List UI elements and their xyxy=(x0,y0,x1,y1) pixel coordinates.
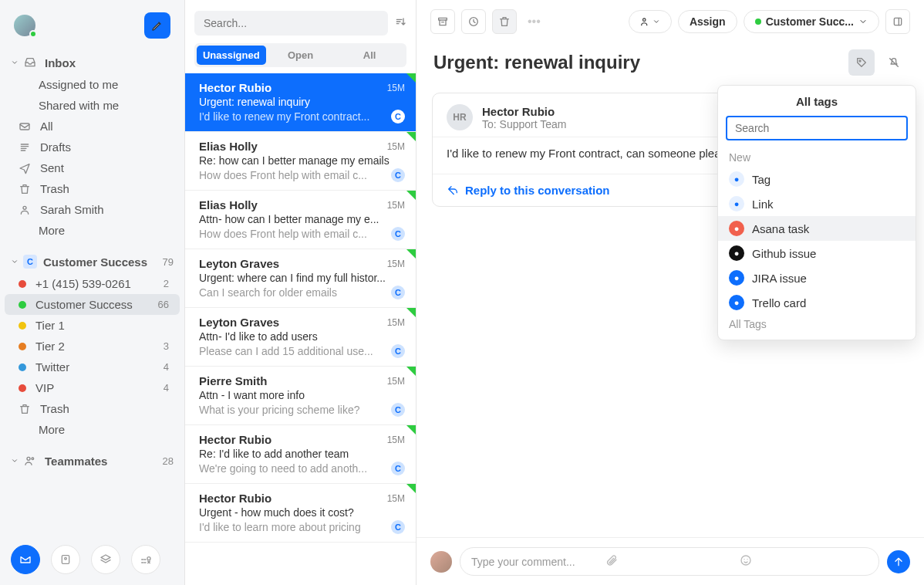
sidebar-item-vip[interactable]: VIP4 xyxy=(5,377,180,398)
svg-marker-6 xyxy=(101,555,110,560)
attachment-icon[interactable] xyxy=(605,554,733,569)
compose-button[interactable] xyxy=(144,12,170,39)
channel-badge: C xyxy=(391,227,405,241)
tab-unassigned[interactable]: Unassigned xyxy=(197,46,266,65)
sidebar-item-twitter[interactable]: Twitter4 xyxy=(5,357,180,377)
dropdown-item-asana-task[interactable]: ●Asana task xyxy=(718,216,916,241)
team-selector[interactable]: Customer Succ... xyxy=(744,10,879,33)
tab-open[interactable]: Open xyxy=(266,46,336,65)
mute-button[interactable] xyxy=(881,49,907,76)
status-stripe xyxy=(406,367,416,376)
channel-badge: C xyxy=(391,168,405,182)
comment-composer: Type your comment... xyxy=(416,537,924,585)
status-stripe xyxy=(406,191,416,200)
contacts-button[interactable] xyxy=(51,545,80,574)
conversation-list-pane: UnassignedOpenAll Hector Rubio15MUrgent:… xyxy=(185,0,416,585)
status-stripe xyxy=(406,425,416,435)
conversation-item[interactable]: Leyton Graves15MAttn- I'd like to add us… xyxy=(185,308,416,367)
chevron-down-icon xyxy=(11,457,19,465)
comment-input[interactable]: Type your comment... xyxy=(460,547,879,576)
delete-button[interactable] xyxy=(492,9,517,34)
teammates-section-header[interactable]: Teammates 28 xyxy=(0,449,184,472)
send-button[interactable] xyxy=(887,550,910,573)
reply-icon xyxy=(447,184,459,197)
sort-button[interactable] xyxy=(394,15,406,31)
mail-view-button[interactable] xyxy=(11,545,40,574)
user-avatar[interactable] xyxy=(14,15,35,36)
sidebar-item[interactable]: Assigned to me xyxy=(5,74,180,95)
tab-all[interactable]: All xyxy=(335,46,404,65)
color-dot xyxy=(19,301,26,309)
sidebar: Inbox Assigned to meShared with me AllDr… xyxy=(0,0,185,585)
svg-rect-0 xyxy=(20,123,29,130)
sidebar-item[interactable]: Shared with me xyxy=(5,95,180,116)
more-actions-button[interactable]: ••• xyxy=(523,15,545,29)
sidebar-item-tier-2[interactable]: Tier 23 xyxy=(5,336,180,357)
conversation-item[interactable]: Hector Rubio15MRe: I'd like to add anoth… xyxy=(185,425,416,484)
search-input[interactable] xyxy=(194,11,388,36)
tag-search-input[interactable] xyxy=(726,116,908,140)
sidebar-item-customer-success[interactable]: Customer Success66 xyxy=(5,294,180,315)
status-stripe xyxy=(406,484,416,493)
integration-icon: ● xyxy=(729,221,744,236)
dropdown-section-new: New xyxy=(718,148,916,167)
inbox-section-header[interactable]: Inbox xyxy=(0,51,184,74)
conversation-item[interactable]: Hector Rubio15MUrgent - how much does it… xyxy=(185,484,416,543)
integration-icon: ● xyxy=(729,245,744,261)
dropdown-item-link[interactable]: ●Link xyxy=(718,191,916,216)
customer-success-section-header[interactable]: C Customer Success 79 xyxy=(0,250,184,273)
dropdown-item-jira-issue[interactable]: ●JIRA issue xyxy=(718,265,916,290)
color-dot xyxy=(19,280,26,288)
drafts-icon xyxy=(19,141,32,154)
integration-icon: ● xyxy=(729,295,744,310)
archive-button[interactable] xyxy=(430,9,455,34)
dropdown-title: All tags xyxy=(718,86,916,116)
svg-point-1 xyxy=(23,206,26,209)
channel-badge: C xyxy=(391,344,405,358)
sent-icon xyxy=(19,162,32,174)
layers-button[interactable] xyxy=(91,545,120,574)
sidebar-item-more[interactable]: More xyxy=(5,220,180,241)
filter-tabs: UnassignedOpenAll xyxy=(194,43,406,67)
assign-button[interactable]: Assign xyxy=(678,10,737,33)
dropdown-item-trello-card[interactable]: ●Trello card xyxy=(718,290,916,315)
sidebar-item-sent[interactable]: Sent xyxy=(5,157,180,178)
expand-button[interactable] xyxy=(885,9,910,34)
conversation-item[interactable]: Pierre Smith15MAttn - I want more infoWh… xyxy=(185,367,416,425)
emoji-icon[interactable] xyxy=(740,554,868,569)
dropdown-item-github-issue[interactable]: ●Github issue xyxy=(718,241,916,265)
conversation-item[interactable]: Elias Holly15MRe: how can I better manag… xyxy=(185,132,416,191)
sidebar-item-sarah-smith[interactable]: Sarah Smith xyxy=(5,199,180,220)
channel-badge: C xyxy=(391,462,405,475)
inbox-icon xyxy=(23,56,37,69)
status-stripe xyxy=(406,249,416,259)
dropdown-section-all-tags: All Tags xyxy=(718,315,916,333)
sidebar-item-trash[interactable]: Trash xyxy=(5,178,180,199)
trash-icon xyxy=(19,183,32,195)
conversation-item[interactable]: Hector Rubio15MUrgent: renewal inquiryI'… xyxy=(185,73,416,132)
svg-point-2 xyxy=(27,457,30,460)
sidebar-item-all[interactable]: All xyxy=(5,116,180,137)
svg-point-13 xyxy=(741,556,750,565)
chevron-down-icon xyxy=(11,59,19,66)
conversation-list[interactable]: Hector Rubio15MUrgent: renewal inquiryI'… xyxy=(185,73,416,585)
composer-avatar xyxy=(430,551,452,573)
conversation-item[interactable]: Elias Holly15MAttn- how can I better man… xyxy=(185,191,416,249)
analytics-button[interactable] xyxy=(131,545,160,574)
dropdown-item-tag[interactable]: ●Tag xyxy=(718,167,916,191)
sidebar-item-trash[interactable]: Trash xyxy=(5,398,180,419)
sidebar-item--1-415-539-0261[interactable]: +1 (415) 539-02612 xyxy=(5,273,180,294)
snooze-button[interactable] xyxy=(461,9,486,34)
sidebar-item-more[interactable]: More xyxy=(5,419,180,440)
svg-rect-11 xyxy=(894,18,901,25)
participants-button[interactable] xyxy=(629,10,672,33)
content-pane: ••• Assign Customer Succ... Urgent: rene… xyxy=(416,0,924,585)
chevron-down-icon xyxy=(11,258,19,265)
tag-button[interactable] xyxy=(848,49,875,76)
sidebar-item-drafts[interactable]: Drafts xyxy=(5,137,180,157)
mail-icon xyxy=(19,120,32,133)
sidebar-item-tier-1[interactable]: Tier 1 xyxy=(5,315,180,336)
status-stripe xyxy=(406,132,416,141)
conversation-item[interactable]: Leyton Graves15MUrgent: where can I find… xyxy=(185,249,416,308)
channel-badge: C xyxy=(391,286,405,299)
